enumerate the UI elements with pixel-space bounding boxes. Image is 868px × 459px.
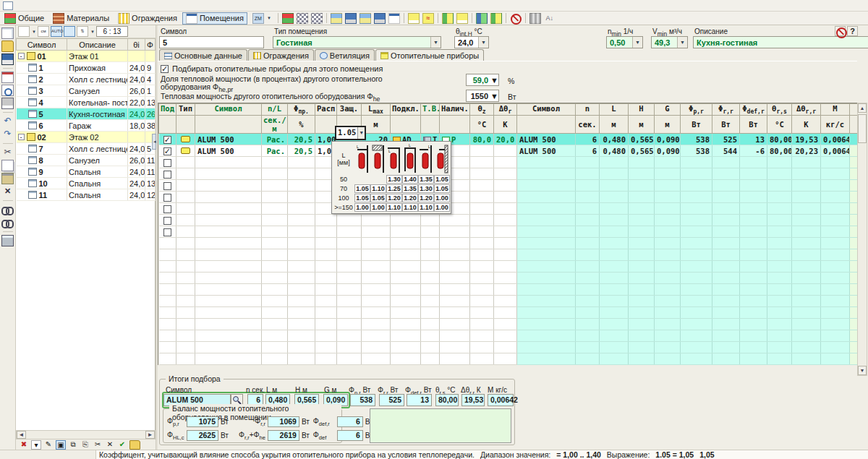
cell-presence[interactable] (440, 342, 470, 353)
cell-presence[interactable] (440, 319, 470, 330)
grid-header-cell[interactable]: Символ (195, 104, 262, 116)
grid-header-cell[interactable]: Φdef,r (740, 104, 767, 116)
grid-row[interactable] (159, 261, 859, 273)
grid-header-cell[interactable]: Расп. (315, 104, 337, 116)
cell-thermostat[interactable] (421, 353, 440, 365)
cell-lmax[interactable] (362, 319, 391, 330)
picker-value[interactable]: 1.05 (354, 194, 370, 202)
grid-row[interactable] (159, 238, 859, 249)
cell-thermostat[interactable] (421, 342, 440, 353)
grid-header-cell[interactable]: Т.В. (421, 104, 440, 116)
cell-theta-z[interactable] (470, 330, 494, 342)
picker-value[interactable]: 1.35 (418, 175, 434, 184)
picker-value[interactable] (370, 175, 386, 184)
cell-theta-z[interactable] (470, 284, 494, 296)
view-materials-button[interactable]: Материалы (49, 12, 113, 25)
cell-presence[interactable] (440, 226, 470, 238)
cell-thermostat[interactable] (421, 284, 440, 296)
cell-theta-z[interactable] (470, 180, 494, 192)
symbol-field[interactable]: 5 (159, 36, 264, 48)
grid-row[interactable] (159, 226, 859, 238)
scroll-down-icon[interactable]: ▼ (858, 366, 867, 375)
grid-row[interactable] (159, 192, 859, 203)
cell-shield[interactable] (337, 273, 362, 284)
tree-row[interactable]: - 6 Гараж 18,0 38 (17, 120, 156, 132)
cell-theta-z[interactable] (470, 296, 494, 307)
cell-shield[interactable] (337, 215, 362, 226)
dropdown-arrow-icon[interactable]: ▼ (490, 92, 498, 100)
cell-symbol[interactable] (195, 330, 262, 342)
cell-location[interactable] (315, 342, 337, 353)
cell-n-L[interactable] (262, 238, 288, 249)
picker-value[interactable]: 1.10 (370, 184, 386, 193)
copy-room-icon[interactable]: ⧉ (68, 440, 78, 450)
auto-mode-button[interactable]: AUTO (51, 26, 62, 37)
tree-row[interactable]: - 7 Холл с лестницей 2 эта 24,0 5 (17, 143, 156, 155)
cell-lmax[interactable] (362, 296, 391, 307)
cell-phi-pr[interactable]: 20,5 (288, 145, 315, 157)
apply-icon[interactable]: ✔ (117, 440, 127, 450)
grid-header-cell[interactable]: Δθr (494, 104, 517, 116)
tree-expand-icon[interactable]: - (18, 53, 25, 59)
cell-connection[interactable] (391, 249, 421, 261)
cell-phi-pr[interactable] (288, 319, 315, 330)
cell-symbol[interactable] (195, 261, 262, 273)
summary-table-button[interactable] (442, 13, 454, 24)
cell-theta-z[interactable] (470, 307, 494, 319)
cell-connection[interactable] (391, 273, 421, 284)
share-field[interactable]: 59,0▼ (466, 74, 499, 86)
cell-symbol[interactable] (195, 319, 262, 330)
cell-shield[interactable] (337, 296, 362, 307)
grid-header-cell[interactable]: Под (159, 104, 176, 116)
grid-header-cell[interactable]: H (629, 104, 655, 116)
cut-room-icon[interactable]: ✂ (93, 440, 103, 450)
cell-phi-pr[interactable]: 20,5 (288, 134, 315, 145)
cell-lmax[interactable] (362, 215, 391, 226)
cell-location[interactable] (315, 307, 337, 319)
picker-value[interactable]: 1.00 (434, 203, 450, 212)
cell-phi-pr[interactable] (288, 342, 315, 353)
cell-lmax[interactable] (362, 249, 391, 261)
grid-row[interactable] (159, 319, 859, 330)
cell-lmax[interactable] (362, 238, 391, 249)
cell-delta-theta[interactable] (494, 145, 517, 157)
cell-symbol[interactable] (195, 284, 262, 296)
cell-phi-pr[interactable] (288, 261, 315, 273)
grid-row[interactable]: ALUM 500 Рас. 20,5 1,00 ,20 AD T P 80,0 … (159, 134, 859, 145)
cell-n-L[interactable] (262, 226, 288, 238)
grid-header-cell[interactable]: Символ (517, 104, 576, 116)
print-preview-icon[interactable] (1, 85, 14, 96)
cell-symbol[interactable] (195, 307, 262, 319)
cell-delta-theta[interactable] (494, 296, 517, 307)
cell-phi-pr[interactable] (288, 296, 315, 307)
cell-presence[interactable] (440, 353, 470, 365)
grid-header-cell[interactable]: Φr,r (712, 104, 740, 116)
units-cm-button[interactable]: см (38, 26, 49, 37)
picker-value[interactable]: 1.20 (418, 194, 434, 202)
save-results-button[interactable] (345, 13, 357, 24)
cell-symbol[interactable] (195, 353, 262, 365)
tree-col-power[interactable]: Φ (145, 39, 156, 51)
row-enabled-checkbox[interactable] (163, 171, 171, 179)
cell-presence[interactable] (440, 238, 470, 249)
cell-phi-pr[interactable] (288, 353, 315, 365)
cell-theta-z[interactable] (470, 261, 494, 273)
grid-row[interactable] (159, 284, 859, 296)
cell-delta-theta[interactable] (494, 307, 517, 319)
grid-row[interactable] (159, 249, 859, 261)
cell-connection[interactable] (391, 307, 421, 319)
grid-row[interactable] (159, 296, 859, 307)
grid-header-cell[interactable]: θr,s (767, 104, 792, 116)
row-enabled-checkbox[interactable] (163, 205, 171, 213)
cell-connection[interactable] (391, 215, 421, 226)
cell-symbol[interactable] (195, 168, 262, 180)
cell-symbol[interactable]: ALUM 500 (195, 134, 262, 145)
radiator-open-shelf-icon[interactable]: L (354, 142, 370, 175)
delete-room-icon[interactable]: ✖ (19, 440, 29, 450)
grid-row[interactable] (159, 180, 859, 192)
cell-connection[interactable] (391, 261, 421, 273)
tree-row[interactable]: - 3 Санузел 26,0 1 (17, 85, 156, 97)
picker-value[interactable]: 1.20 (386, 194, 402, 202)
grid-row[interactable] (159, 353, 859, 365)
cell-phi-pr[interactable] (288, 168, 315, 180)
